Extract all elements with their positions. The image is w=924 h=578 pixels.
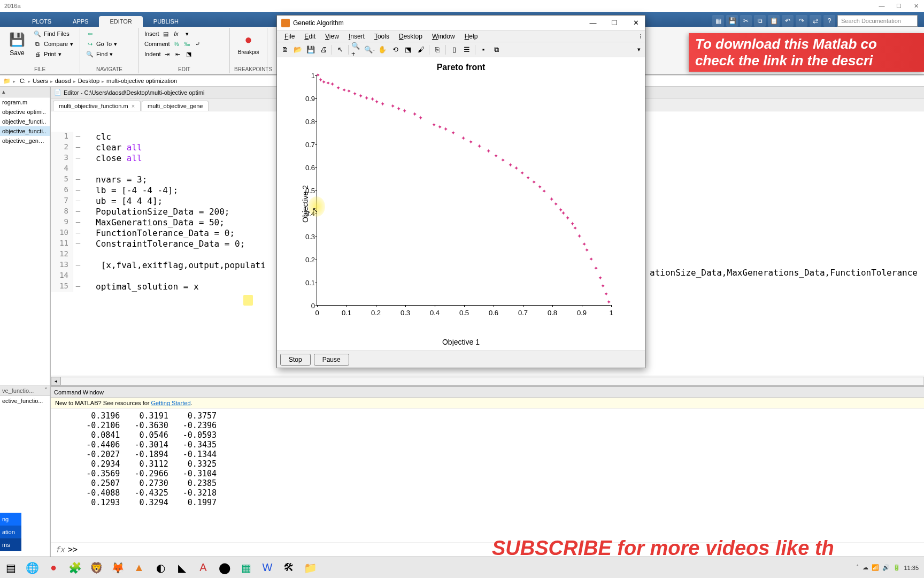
figure-menu-more-icon[interactable]: ⁝ (640, 33, 642, 40)
app-icon-5[interactable]: 🛠 (280, 559, 297, 576)
excel-icon[interactable]: ▦ (237, 559, 255, 576)
figure-close-icon[interactable]: ✕ (631, 18, 641, 28)
close-icon[interactable]: ✕ (912, 2, 920, 10)
details-header[interactable]: ve_functio...˅ (0, 385, 50, 396)
getting-started-link[interactable]: Getting Started (151, 400, 191, 406)
editor-hscroll[interactable]: ◂ (51, 376, 924, 385)
figure-menu-file[interactable]: File (280, 32, 299, 41)
app-icon-1[interactable]: 🧩 (66, 559, 83, 576)
goto-button[interactable]: ↪Go To▾ (84, 39, 134, 49)
window-stack-pill[interactable]: ng ation ms (0, 513, 21, 551)
firefox-icon[interactable]: 🦊 (109, 559, 126, 576)
explorer-icon[interactable]: 📁 (302, 559, 319, 576)
breadcrumb-segment[interactable]: multi-objective optimization (104, 78, 179, 84)
pause-button[interactable]: Pause (314, 354, 349, 366)
app-icon-2[interactable]: ◐ (152, 559, 169, 576)
insert-button[interactable]: Insert ▤fx▾ (143, 29, 225, 39)
minimize-icon[interactable]: — (878, 2, 886, 10)
figure-menu-insert[interactable]: Insert (344, 32, 369, 41)
print-button[interactable]: 🖨Print▾ (32, 49, 74, 59)
pointer-icon[interactable]: ↖ (334, 44, 346, 56)
rotate-icon[interactable]: ⟲ (389, 44, 401, 56)
help-icon[interactable]: ? (823, 15, 835, 27)
figure-menu-view[interactable]: View (321, 32, 343, 41)
copy-icon[interactable]: ⧉ (754, 15, 766, 27)
print-figure-icon[interactable]: 🖨 (318, 44, 329, 56)
obs-icon[interactable]: ⬤ (216, 559, 233, 576)
find-files-button[interactable]: 🔍Find Files (32, 29, 74, 39)
data-cursor-icon[interactable]: ⬔ (402, 44, 414, 56)
tray-wifi-icon[interactable]: 📶 (872, 564, 879, 571)
open-figure-icon[interactable]: 📂 (292, 44, 304, 56)
back-button[interactable]: ⇦ (84, 29, 134, 39)
layout-icon[interactable]: ▦ (712, 15, 724, 27)
tray-up-icon[interactable]: ˄ (856, 564, 859, 571)
figure-maximize-icon[interactable]: ☐ (610, 18, 619, 28)
folder-item[interactable]: rogram.m (0, 97, 50, 107)
figure-window[interactable]: Genetic Algorithm — ☐ ✕ FileEditViewInse… (276, 15, 645, 368)
details-item[interactable]: ective_functio... (0, 396, 50, 406)
comment-button[interactable]: Comment %‰⤶ (143, 39, 225, 49)
figure-minimize-icon[interactable]: — (588, 18, 598, 28)
main-tab-editor[interactable]: EDITOR (99, 16, 142, 27)
tray-batt-icon[interactable]: 🔋 (893, 564, 900, 571)
breadcrumb-segment[interactable]: C: (18, 78, 28, 84)
compare-button[interactable]: ⧉Compare▾ (32, 39, 74, 49)
figure-menu-tools[interactable]: Tools (370, 32, 394, 41)
tab-close-icon[interactable]: × (132, 103, 135, 109)
file-tab[interactable]: multi_objective_function.m× (53, 101, 141, 111)
brave-icon[interactable]: 🦁 (88, 559, 105, 576)
breadcrumb-segment[interactable]: daosd (53, 78, 73, 84)
figure-menu-edit[interactable]: Edit (300, 32, 320, 41)
folder-item[interactable]: objective_geneti.. (0, 136, 50, 146)
tray-vol-icon[interactable]: 🔊 (882, 564, 890, 571)
figure-menu-help[interactable]: Help (460, 32, 482, 41)
switch-icon[interactable]: ⇄ (810, 15, 821, 27)
folder-icon[interactable]: 📁 (3, 78, 11, 85)
task-view-icon[interactable]: ▤ (2, 559, 19, 576)
find-button[interactable]: 🔍Find▾ (84, 49, 134, 59)
redo-icon[interactable]: ↷ (796, 15, 807, 27)
pan-icon[interactable]: ✋ (376, 44, 388, 56)
record-icon[interactable]: ● (45, 559, 62, 576)
folder-item[interactable]: objective optimi.. (0, 107, 50, 117)
link-icon[interactable]: ⎘ (432, 44, 443, 56)
zoom-in-icon[interactable]: 🔍+ (351, 44, 363, 56)
undo-icon[interactable]: ↶ (782, 15, 794, 27)
save-button[interactable]: 💾 Save (4, 29, 30, 59)
stop-button[interactable]: Stop (280, 354, 311, 366)
colorbar-icon[interactable]: ▯ (448, 44, 460, 56)
hide-tools-icon[interactable]: ▪ (478, 44, 489, 56)
main-tab-publish[interactable]: PUBLISH (143, 16, 189, 27)
cut-icon[interactable]: ✂ (740, 15, 752, 27)
breakpoints-button[interactable]: ● Breakpoi (234, 29, 263, 57)
figure-menu-desktop[interactable]: Desktop (395, 32, 427, 41)
app-icon-4[interactable]: A (195, 559, 212, 576)
save-icon[interactable]: 💾 (726, 15, 738, 27)
maximize-icon[interactable]: ☐ (895, 2, 903, 10)
file-tab[interactable]: multi_objective_gene (142, 101, 209, 111)
save-figure-icon[interactable]: 💾 (305, 44, 317, 56)
folder-item[interactable]: objective_functi.. (0, 117, 50, 126)
main-tab-plots[interactable]: PLOTS (21, 16, 62, 27)
matlab-icon[interactable]: ▲ (130, 559, 148, 576)
paste-icon[interactable]: 📋 (768, 15, 780, 27)
search-documentation[interactable]: Search Documentation (837, 15, 918, 27)
main-tab-apps[interactable]: APPS (62, 16, 99, 27)
brush-icon[interactable]: 🖌 (415, 44, 427, 56)
breadcrumb-segment[interactable]: Desktop (76, 78, 102, 84)
scroll-left-icon[interactable]: ◂ (51, 377, 60, 385)
legend-icon[interactable]: ☰ (461, 44, 473, 56)
word-icon[interactable]: W (259, 559, 276, 576)
zoom-out-icon[interactable]: 🔍- (364, 44, 375, 56)
tray-time[interactable]: 11:35 (904, 565, 919, 571)
figure-menu-window[interactable]: Window (428, 32, 459, 41)
indent-button[interactable]: Indent ⇥⇤⬔ (143, 49, 225, 59)
chrome-icon[interactable]: 🌐 (24, 559, 41, 576)
app-icon-3[interactable]: ◣ (173, 559, 190, 576)
new-figure-icon[interactable]: 🗎 (279, 44, 291, 56)
figure-titlebar[interactable]: Genetic Algorithm — ☐ ✕ (277, 16, 645, 31)
breadcrumb-segment[interactable]: Users (30, 78, 50, 84)
folder-item[interactable]: objective_functi.. (0, 126, 50, 136)
figure-dropdown-icon[interactable]: ▾ (637, 46, 643, 53)
